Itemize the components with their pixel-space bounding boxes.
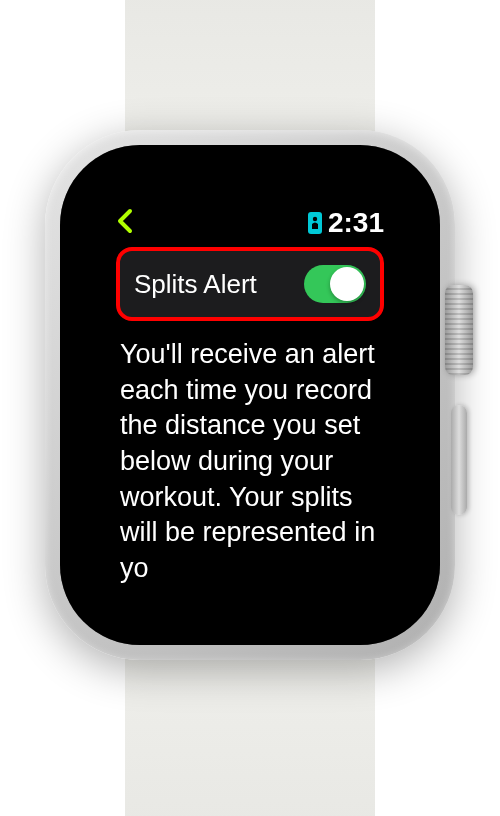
svg-point-1 (313, 217, 317, 221)
clock-time: 2:31 (328, 207, 384, 239)
splits-alert-label: Splits Alert (134, 269, 257, 300)
watch-screen: 2:31 Splits Alert You'll receive an aler… (98, 193, 402, 597)
splits-alert-toggle[interactable] (304, 265, 366, 303)
status-bar: 2:31 (116, 207, 384, 239)
setting-description: You'll receive an alert each time you re… (116, 337, 384, 597)
digital-crown[interactable] (445, 285, 473, 375)
back-chevron-icon[interactable] (116, 208, 134, 238)
phone-connected-icon (306, 210, 324, 236)
toggle-knob (330, 267, 364, 301)
watch-case: 2:31 Splits Alert You'll receive an aler… (45, 130, 455, 660)
splits-alert-row[interactable]: Splits Alert (116, 247, 384, 321)
status-right: 2:31 (306, 207, 384, 239)
screen-bezel: 2:31 Splits Alert You'll receive an aler… (60, 145, 440, 645)
side-button[interactable] (451, 405, 467, 515)
